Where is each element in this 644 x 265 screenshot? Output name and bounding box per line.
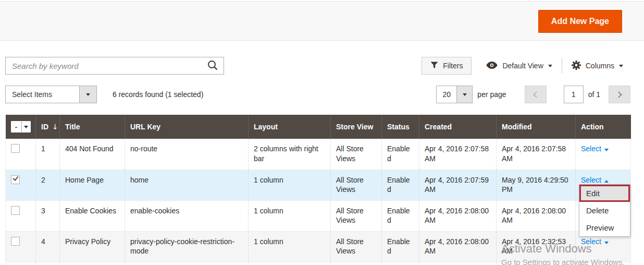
filters-label: Filters [443,62,463,70]
row-select-action-link[interactable]: Select [581,144,609,153]
column-header-store-view[interactable]: Store View [331,115,382,139]
toolbar-divider [562,58,562,74]
records-found-text: 6 records found (1 selected) [113,90,203,99]
pagination-bar: 20 per page of 1 [436,86,630,103]
column-header-url-key[interactable]: URL Key [125,115,249,139]
cell-id: 4 [36,231,60,262]
column-header-modified[interactable]: Modified [497,115,576,139]
column-header-id[interactable]: ID↓ [36,115,60,139]
columns-label: Columns [586,62,614,70]
row-checkbox[interactable] [11,206,20,215]
cell-store-view: All Store Views [331,231,382,262]
search-input[interactable] [6,62,202,70]
chevron-right-icon [615,91,622,98]
row-checkbox[interactable] [11,237,20,246]
action-dropdown-menu: Edit Delete Preview [579,184,630,237]
cell-created: Apr 4, 2016 2:08:00 AM [419,200,497,231]
select-items-arrow-button[interactable] [79,86,96,103]
select-items-dropdown[interactable]: Select Items [5,86,97,103]
menu-item-delete[interactable]: Delete [579,202,630,219]
cell-layout: 2 columns with right bar [249,139,331,170]
page-number-input[interactable] [564,86,584,103]
cell-modified: Apr 4, 2016 2:08:00 AM [497,200,576,231]
table-row: 4 Privacy Policy privacy-policy-cookie-r… [6,231,631,262]
next-page-button[interactable] [609,86,630,103]
select-all-header: - [6,115,36,139]
cell-layout: 1 column [249,231,331,262]
chevron-down-icon [24,126,28,128]
filter-funnel-icon [430,62,438,70]
select-caret-icon [604,149,609,151]
cell-url-key: no-route [125,139,249,170]
column-header-layout[interactable]: Layout [249,115,331,139]
cell-id: 2 [36,170,60,200]
cell-created: Apr 4, 2016 2:08:00 AM [419,231,497,262]
eye-icon [486,62,498,70]
select-items-label: Select Items [6,86,79,103]
cell-url-key: privacy-policy-cookie-restriction-mode [125,231,249,262]
cell-status: Enabled [382,231,419,262]
select-all-arrow-button[interactable] [21,122,30,132]
pages-table-body: 1 404 Not Found no-route 2 columns with … [6,139,631,265]
row-select-action-link[interactable]: Select [581,237,609,246]
page-header-band: Add New Page [0,1,644,41]
cell-status: Enabled [382,200,419,231]
per-page-label: per page [477,90,506,99]
table-row-partial [6,262,631,265]
cell-modified: May 9, 2016 4:29:50 PM [497,170,576,200]
column-header-created[interactable]: Created [419,115,497,139]
chevron-down-icon [463,93,467,96]
columns-control[interactable]: Columns [572,61,623,71]
column-header-title[interactable]: Title [60,115,125,139]
chevron-left-icon [533,91,540,98]
column-header-status[interactable]: Status [382,115,419,139]
grid-toolbar: Filters Default View [422,57,623,75]
cell-title: 404 Not Found [60,139,125,170]
table-row: 3 Enable Cookies enable-cookies 1 column… [6,200,631,231]
table-header-row: - ID↓ Title URL Key Layout Store View St… [6,115,631,139]
previous-page-button[interactable] [525,86,547,103]
cell-id: 3 [36,200,60,231]
cell-id: 1 [36,139,60,170]
cell-created: Apr 4, 2016 2:07:59 AM [419,170,497,200]
cms-pages-grid-page: Add New Page Filters Default View [0,0,644,265]
keyword-search [5,57,224,75]
cell-url-key: enable-cookies [125,200,249,231]
menu-item-preview[interactable]: Preview [579,219,630,236]
per-page-arrow-button[interactable] [456,86,472,103]
cell-store-view: All Store Views [331,139,382,170]
per-page-dropdown[interactable]: 20 [436,86,473,103]
select-caret-icon [604,242,609,244]
per-page-value: 20 [437,86,456,103]
cell-status: Enabled [382,170,419,200]
search-submit-button[interactable] [202,57,224,74]
view-switcher[interactable]: Default View [486,62,552,70]
chevron-down-icon [86,93,90,96]
cell-layout: 1 column [249,200,331,231]
cell-modified: Apr 4, 2016 2:07:58 AM [497,139,576,170]
cell-modified: Apr 4, 2016 2:32:53 AM [497,231,576,262]
menu-item-edit[interactable]: Edit [579,185,630,202]
row-checkbox[interactable] [11,175,20,184]
column-header-action: Action [576,115,631,139]
row-checkbox[interactable] [11,144,20,153]
cell-layout: 1 column [249,170,331,200]
select-all-checkbox-dropdown[interactable]: - [11,121,31,132]
table-row: 2 Home Page home 1 column All Store View… [6,170,631,200]
cell-status: Enabled [382,139,419,170]
cell-url-key: home [125,170,249,200]
search-icon [207,59,218,73]
sort-descending-icon: ↓ [52,123,58,131]
cell-title: Privacy Policy [60,231,125,262]
cell-store-view: All Store Views [331,170,382,200]
cell-created: Apr 4, 2016 2:07:58 AM [419,139,497,170]
filters-button[interactable]: Filters [422,57,472,75]
cell-title: Home Page [60,170,125,200]
cms-pages-table: - ID↓ Title URL Key Layout Store View St… [5,115,631,265]
cell-title: Enable Cookies [60,200,125,231]
add-new-page-button[interactable]: Add New Page [538,10,622,33]
table-row: 1 404 Not Found no-route 2 columns with … [6,139,631,170]
cell-store-view: All Store Views [331,200,382,231]
row-select-action-link[interactable]: Select [581,176,609,184]
select-all-checkbox[interactable]: - [11,122,21,132]
